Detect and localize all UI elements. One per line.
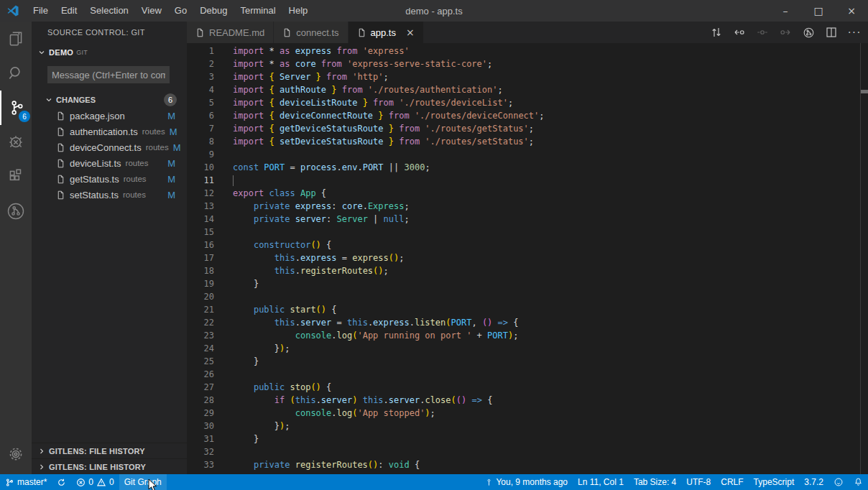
code-line[interactable]: 7import { getDeviceStatusRoute } from '.… [187,122,868,135]
encoding-indicator[interactable]: UTF-8 [681,474,716,490]
code-line[interactable]: 6import { deviceConnectRoute } from './r… [187,109,868,122]
code-line[interactable]: 23 console.log('App running on port ' + … [187,329,868,342]
menu-item-help[interactable]: Help [282,0,315,22]
code-line[interactable]: 5import { deviceListRoute } from './rout… [187,96,868,109]
typescript-version[interactable]: 3.7.2 [799,474,828,490]
minimize-button[interactable]: – [769,0,802,22]
code-line[interactable]: 32 [187,445,868,458]
file-icon [282,28,292,37]
settings-gear-icon[interactable] [0,437,32,471]
tab-app[interactable]: app.ts × [348,22,424,43]
changed-file-row[interactable]: getStatus.tsroutesM [32,171,187,187]
menu-item-terminal[interactable]: Terminal [234,0,282,22]
open-changes-icon[interactable] [708,24,724,40]
branch-indicator[interactable]: master* [0,474,52,490]
code-line[interactable]: 3import { Server } from 'http'; [187,70,868,83]
menu-item-view[interactable]: View [135,0,168,22]
more-actions-icon[interactable]: ··· [846,24,862,40]
feedback-button[interactable] [828,474,849,490]
code-line[interactable]: 26 [187,368,868,381]
code-line[interactable]: 22 this.server = this.express.listen(POR… [187,316,868,329]
notifications-button[interactable] [849,474,868,490]
code-text: private registerRoutes(): void { [233,458,420,471]
scrollbar-marker[interactable] [861,90,868,93]
code-line[interactable]: 19 } [187,277,868,290]
code-line[interactable]: 12export class App { [187,187,868,200]
changed-file-row[interactable]: deviceList.tsroutesM [32,155,187,171]
code-line[interactable]: 17 this.express = express(); [187,251,868,264]
line-number: 9 [187,148,214,161]
code-line[interactable]: 9 [187,148,868,161]
code-text: import { setDeviceStatusRoute } from './… [233,135,534,148]
code-line[interactable]: 13 private express: core.Express; [187,200,868,213]
code-line[interactable]: 20 [187,290,868,303]
code-line[interactable]: 4import { authRoute } from './routes/aut… [187,83,868,96]
line-number: 16 [187,239,214,251]
code-line[interactable]: 29 console.log('App stopped'); [187,407,868,420]
source-control-icon[interactable]: 6 [0,91,33,125]
changes-section-header[interactable]: CHANGES 6 [32,92,187,108]
code-line[interactable]: 14 private server: Server | null; [187,213,868,226]
menu-item-edit[interactable]: Edit [55,0,83,22]
code-line[interactable]: 21 public start() { [187,303,868,316]
code-editor[interactable]: 1import * as express from 'express'2impo… [187,43,868,474]
line-number: 32 [187,445,214,458]
code-line[interactable]: 28 if (this.server) this.server.close(()… [187,394,868,407]
gitlens-blame[interactable]: You, 9 months ago [480,474,573,490]
eol-indicator[interactable]: CRLF [716,474,748,490]
code-line[interactable]: 24 }); [187,342,868,355]
code-line[interactable]: 1import * as express from 'express' [187,45,868,57]
gitlens-line-history-pane[interactable]: GITLENS: LINE HISTORY [32,458,187,474]
code-line[interactable]: 27 public stop() { [187,381,868,394]
previous-change-icon[interactable] [731,24,747,40]
git-graph-view-icon[interactable] [0,194,32,228]
code-line[interactable]: 2import * as core from 'express-serve-st… [187,57,868,70]
gitlens-sections: GITLENS: FILE HISTORY GITLENS: LINE HIST… [32,443,187,474]
code-line[interactable]: 33 private registerRoutes(): void { [187,458,868,471]
code-line[interactable]: 10const PORT = process.env.PORT || 3000; [187,161,868,174]
close-tab-icon[interactable]: × [406,27,415,38]
code-line[interactable]: 8import { setDeviceStatusRoute } from '.… [187,135,868,148]
changed-file-row[interactable]: package.jsonM [32,108,187,124]
gitlens-file-history-pane[interactable]: GITLENS: FILE HISTORY [32,443,187,458]
maximize-button[interactable]: □ [802,0,835,22]
code-line[interactable]: 15 [187,226,868,239]
code-line[interactable]: 11 [187,174,868,187]
search-icon[interactable] [0,56,32,91]
tab-connect[interactable]: connect.ts [274,22,348,43]
changed-file-row[interactable]: deviceConnect.tsroutesM [32,139,187,155]
menu-item-file[interactable]: File [27,0,55,22]
next-change-icon[interactable] [777,24,793,40]
code-line[interactable]: 18 this.registerRoutes(); [187,264,868,277]
split-editor-icon[interactable] [823,24,839,40]
problems-indicator[interactable]: 0 0 [71,474,119,490]
git-graph-file-icon[interactable] [800,24,816,40]
changed-file-row[interactable]: setStatus.tsroutesM [32,187,187,203]
code-text: } [233,433,259,445]
code-line[interactable]: 30 }); [187,420,868,433]
tab-readme[interactable]: README.md [187,22,274,43]
feedback-smiley-icon [834,477,844,487]
tab-size-indicator[interactable]: Tab Size: 4 [629,474,681,490]
menu-item-go[interactable]: Go [168,0,193,22]
code-line[interactable]: 16 constructor() { [187,239,868,251]
code-line[interactable]: 25 } [187,355,868,368]
cursor-position[interactable]: Ln 11, Col 1 [573,474,629,490]
git-graph-status-button[interactable]: Git Graph [119,474,167,490]
gutter-indicator-icon[interactable] [754,24,770,40]
code-line[interactable]: 31 } [187,433,868,445]
repo-name: DEMO [49,48,73,57]
sync-button[interactable] [52,474,71,490]
language-mode[interactable]: TypeScript [749,474,800,490]
explorer-icon[interactable] [0,22,32,56]
close-window-button[interactable]: × [835,0,868,22]
menu-item-selection[interactable]: Selection [83,0,134,22]
file-icon [357,28,366,37]
repo-header[interactable]: DEMO GIT [32,45,187,60]
commit-message-input[interactable] [47,66,170,83]
debug-icon[interactable] [0,125,32,160]
changed-file-row[interactable]: authentication.tsroutesM [32,124,187,139]
extensions-icon[interactable] [0,160,32,194]
menu-item-debug[interactable]: Debug [193,0,234,22]
code-text: console.log('App stopped'); [233,407,435,420]
